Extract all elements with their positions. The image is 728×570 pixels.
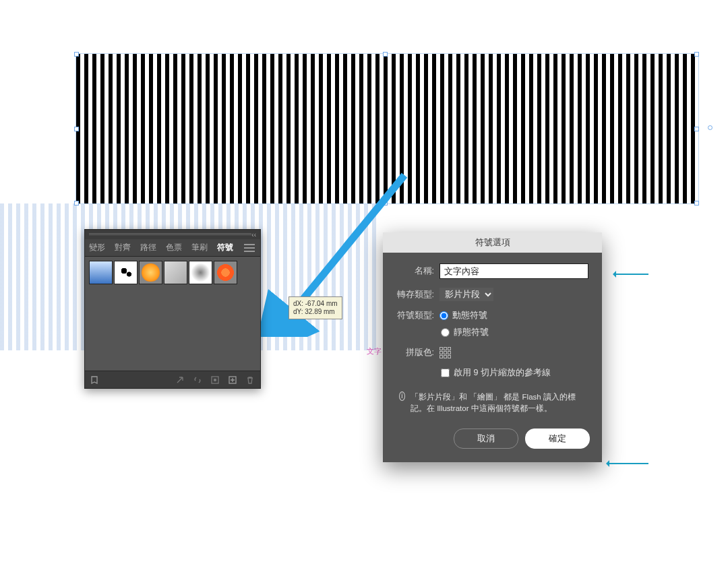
drag-measurement-tooltip: dX: -67.04 mm dY: 32.89 mm xyxy=(289,296,342,319)
artwork-symbol-pattern[interactable] xyxy=(76,54,698,203)
symbol-drop-area[interactable] xyxy=(85,288,260,371)
symbol-swatch-flower[interactable] xyxy=(214,261,237,284)
panel-tabs: 變形 對齊 路徑 色票 筆刷 符號 xyxy=(85,239,260,257)
cancel-button[interactable]: 取消 xyxy=(454,429,518,449)
dialog-title: 符號選項 xyxy=(383,232,602,253)
symbols-panel[interactable]: ‹‹ 變形 對齊 路徑 色票 筆刷 符號 xyxy=(84,229,261,389)
annotation-arrow-name xyxy=(615,274,648,275)
symbol-swatch-grid xyxy=(85,257,260,288)
export-type-select[interactable]: 影片片段 xyxy=(439,288,493,301)
symbol-type-label: 符號類型: xyxy=(396,310,434,321)
symbol-swatch-sun-sphere[interactable] xyxy=(139,261,162,284)
info-icon: i xyxy=(399,391,405,401)
symbol-options-dialog: 符號選項 名稱: 轉存類型: 影片片段 符號類型: 動態符號 靜態符號 xyxy=(383,232,602,462)
panel-collapse-icon[interactable]: ‹‹ xyxy=(251,231,256,239)
symbol-swatch-ink-splat[interactable] xyxy=(114,261,138,284)
selection-handle[interactable] xyxy=(383,52,388,57)
selection-handle[interactable] xyxy=(694,52,699,57)
selection-handle[interactable] xyxy=(694,127,699,131)
symbol-swatch-gradient[interactable] xyxy=(89,261,113,284)
symbol-name-input[interactable] xyxy=(439,263,588,279)
symbol-options-icon[interactable] xyxy=(210,375,220,385)
tab-symbols[interactable]: 符號 xyxy=(217,242,233,253)
dx-value: dX: -67.04 mm xyxy=(293,300,338,308)
place-symbol-icon[interactable] xyxy=(175,375,185,385)
selection-handle[interactable] xyxy=(74,127,79,131)
name-label: 名稱: xyxy=(396,265,434,277)
symbol-libraries-icon[interactable] xyxy=(90,375,100,385)
annotation-arrow-ok xyxy=(608,463,648,464)
static-symbol-radio[interactable] xyxy=(441,328,450,337)
artboard-label: 文字 xyxy=(367,346,382,356)
info-text: 「影片片段」和 「繪圖」 都是 Flash 讀入的標記。在 Illustrato… xyxy=(411,391,588,414)
tab-pathfinder[interactable]: 路徑 xyxy=(140,242,156,253)
selection-handle[interactable] xyxy=(383,201,388,205)
tab-swatches[interactable]: 色票 xyxy=(166,242,182,253)
dynamic-symbol-label: 動態符號 xyxy=(452,310,487,321)
symbol-swatch-spiky-ball[interactable] xyxy=(189,261,212,284)
panel-menu-icon[interactable] xyxy=(244,244,255,252)
new-symbol-icon[interactable] xyxy=(228,375,237,385)
static-symbol-label: 靜態符號 xyxy=(454,327,489,338)
selection-handle[interactable] xyxy=(694,201,699,205)
delete-symbol-icon[interactable] xyxy=(245,375,255,385)
selection-handle[interactable] xyxy=(74,52,79,57)
registration-label: 拼版色: xyxy=(396,347,434,358)
panel-footer xyxy=(85,371,260,388)
tab-transform[interactable]: 變形 xyxy=(89,242,105,253)
tab-brushes[interactable]: 筆刷 xyxy=(191,242,208,253)
dynamic-symbol-radio[interactable] xyxy=(439,311,448,320)
symbol-swatch-cube[interactable] xyxy=(164,261,187,284)
enable-9slice-checkbox[interactable] xyxy=(441,369,450,377)
rotate-handle[interactable] xyxy=(708,125,712,130)
svg-rect-2 xyxy=(214,379,216,381)
break-link-icon[interactable] xyxy=(193,375,202,385)
registration-grid[interactable] xyxy=(439,347,451,358)
export-type-label: 轉存類型: xyxy=(396,289,434,300)
tab-align[interactable]: 對齊 xyxy=(115,242,131,253)
selection-handle[interactable] xyxy=(74,201,79,205)
enable-9slice-label: 啟用 9 切片縮放的參考線 xyxy=(454,367,551,379)
panel-titlebar[interactable]: ‹‹ xyxy=(85,230,260,239)
dy-value: dY: 32.89 mm xyxy=(293,308,338,316)
ok-button[interactable]: 確定 xyxy=(525,429,590,449)
panel-grip[interactable] xyxy=(89,233,251,236)
